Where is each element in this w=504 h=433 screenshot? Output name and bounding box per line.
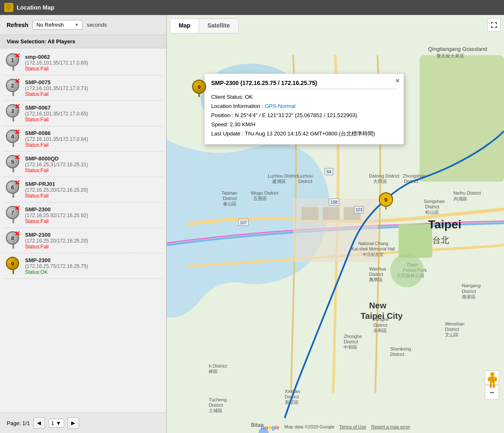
popup-location-info: Location Information : GPS-Normal [211,102,397,111]
player-name: SMP-2300 [25,206,160,213]
player-info: SMP-2300(172.16.25.92/172.16.25.92)Statu… [25,206,160,224]
player-item[interactable]: 9SMP-2300(172.16.25.75/172.16.25.75)Stat… [3,253,163,279]
app-icon [4,3,13,12]
player-item[interactable]: 2✕SMP-0075(172.16.101.35/172.17.0.73)Sta… [3,75,163,101]
svg-text:h District: h District [209,363,227,368]
player-name: smp-0062 [25,54,160,60]
svg-text:64: 64 [327,170,332,174]
svg-text:Wenshan: Wenshan [445,321,464,326]
svg-text:泰山區: 泰山區 [223,201,237,206]
seconds-label: seconds [87,22,107,28]
pin-container: 8✕ [6,231,21,250]
map-tab-satellite[interactable]: Satellite [199,19,238,33]
pagination-bar: Page: 1/1 ◀ 1 ▼ ▶ [0,413,166,433]
player-info: SMP-0086(172.16.101.35/172.17.0.84)Statu… [25,130,160,148]
pegman-icon[interactable] [487,372,498,391]
svg-rect-85 [488,377,490,381]
svg-text:蘆洲區: 蘆洲區 [272,179,286,184]
svg-text:Shenkeng: Shenkeng [390,346,411,351]
popup-last-update: Last Update : Thu Aug 13 2020 14:15:42 G… [211,129,397,138]
svg-text:New: New [369,301,387,310]
player-item[interactable]: 3✕SMP-0067(172.16.101.35/172.17.0.65)Sta… [3,101,163,126]
player-name: SMP-PRJ01 [25,181,160,187]
pin-container: 9 [6,257,21,275]
svg-point-75 [390,253,424,287]
fullscreen-button[interactable] [487,18,501,32]
page-number: 1 [51,420,54,426]
player-ip: (172.16.25.31/172.16.25.31) [25,162,160,168]
refresh-label: Refresh [7,22,28,28]
map-tab-map[interactable]: Map [170,19,199,33]
player-name: SMP-2300 [25,232,160,238]
player-item[interactable]: 6✕SMP-PRJ01(172.16.25.20/172.16.25.20)St… [3,177,163,203]
player-status: Status:Fail [25,193,160,199]
player-info: smp-0062(172.16.101.35/172.17.0.60)Statu… [25,54,160,72]
player-item[interactable]: 1✕smp-0062(172.16.101.35/172.17.0.60)Sta… [3,50,163,75]
terms-of-use-link[interactable]: Terms of Use [339,424,367,430]
svg-text:Nangang: Nangang [462,283,481,288]
pin-tail [12,270,14,274]
player-name: SMP-8000QD [25,155,160,162]
player-item[interactable]: 8✕SMP-2300(172.16.25.20/172.16.25.20)Sta… [3,228,163,253]
svg-text:103: 103 [355,208,362,212]
svg-text:9: 9 [384,197,387,203]
dropdown-arrow-icon: ▼ [75,23,79,27]
pin-tail [12,219,14,223]
svg-point-2 [8,6,10,8]
map-copyright: Map data ©2020 Google [284,424,334,430]
map-background[interactable]: Taipei 台北 New Taipei City Neihu District… [167,15,504,433]
popup-speed: Speed: 2.30 KM/H [211,120,397,129]
pin-x-icon: ✕ [15,53,20,59]
pin-body: 1✕ [6,53,19,67]
player-ip: (172.16.25.75/172.16.25.75) [25,263,160,269]
svg-text:District: District [425,204,440,209]
player-info: SMP-PRJ01(172.16.25.20/172.16.25.20)Stat… [25,181,160,199]
svg-text:南港區: 南港區 [462,294,476,299]
svg-text:Taipei: Taipei [428,218,462,231]
svg-text:Datong District: Datong District [369,173,400,178]
svg-text:Xindian: Xindian [285,389,300,394]
svg-text:Taishan: Taishan [222,190,237,195]
svg-text:Tucheng: Tucheng [209,397,227,402]
player-ip: (172.16.101.35/172.17.0.84) [25,136,160,142]
popup-gps-status: GPS-Normal [265,103,296,109]
page-select-arrow-icon: ▼ [56,420,61,426]
pin-x-icon: ✕ [15,78,20,85]
main-container: Refresh No Refresh ▼ seconds View Select… [0,15,504,433]
player-status: Status:Fail [25,244,160,250]
page-select[interactable]: 1 ▼ [48,419,64,428]
svg-text:Neihu District: Neihu District [454,190,482,195]
next-page-button[interactable]: ▶ [67,417,79,429]
pin-body: 4✕ [6,130,19,143]
pin-x-icon: ✕ [15,205,20,212]
player-info: SMP-0067(172.16.101.35/172.17.0.65)Statu… [25,105,160,123]
player-item[interactable]: 4✕SMP-0086(172.16.101.35/172.17.0.84)Sta… [3,126,163,152]
player-item[interactable]: 7✕SMP-2300(172.16.25.92/172.16.25.92)Sta… [3,203,163,228]
player-name: SMP-0067 [25,105,160,111]
pin-container: 4✕ [6,130,21,148]
pin-tail [12,168,14,173]
svg-text:Qingtiangang Grassland: Qingtiangang Grassland [428,46,487,52]
pin-x-icon: ✕ [15,230,20,237]
svg-rect-9 [323,207,340,220]
popup-client-status: Client Status: OK [211,93,397,102]
svg-rect-83 [490,383,492,388]
prev-page-button[interactable]: ◀ [33,417,45,429]
svg-text:萬華區: 萬華區 [369,277,383,282]
svg-text:大同區: 大同區 [373,179,387,184]
svg-text:District: District [344,339,358,344]
svg-text:District: District [369,272,384,277]
player-status: Status:Fail [25,117,160,123]
svg-text:Wanhua: Wanhua [369,266,387,271]
refresh-value: No Refresh [36,22,64,28]
pin-tail [12,118,14,122]
report-error-link[interactable]: Report a map error [371,424,410,430]
svg-text:Luzhou District: Luzhou District [268,173,299,178]
svg-text:National Chiang: National Chiang [358,241,388,246]
pin-body: 5✕ [6,155,19,168]
map-attribution: Google Map data ©2020 Google Terms of Us… [261,424,410,430]
player-item[interactable]: 5✕SMP-8000QD(172.16.25.31/172.16.25.31)S… [3,152,163,177]
refresh-dropdown[interactable]: No Refresh ▼ [32,20,82,30]
popup-close-button[interactable]: × [396,77,399,85]
player-ip: (172.16.101.35/172.17.0.60) [25,60,160,66]
